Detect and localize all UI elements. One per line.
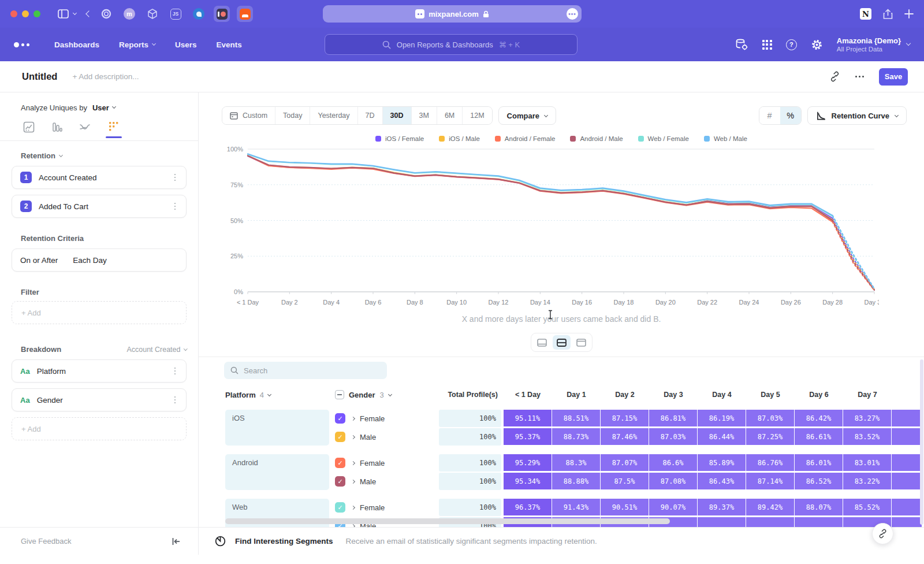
retention-chart[interactable]: 100%75%50%25%0%< 1 DayDay 2Day 4Day 6Day… bbox=[221, 143, 924, 306]
table-search[interactable] bbox=[224, 362, 387, 379]
gender-cell[interactable]: ✓Male bbox=[335, 432, 433, 442]
range-30d[interactable]: 30D bbox=[383, 107, 412, 124]
legend-item[interactable]: Web / Female bbox=[638, 135, 689, 142]
breakdown-scope-dropdown[interactable]: Account Created bbox=[126, 346, 187, 354]
analyze-value[interactable]: User bbox=[92, 103, 109, 112]
select-all-checkbox[interactable] bbox=[335, 390, 344, 399]
retention-value-cell[interactable]: 95.37% bbox=[504, 428, 552, 446]
table-search-input[interactable] bbox=[244, 366, 371, 375]
tab-retention[interactable] bbox=[106, 121, 122, 138]
expand-chevron-icon[interactable] bbox=[351, 435, 355, 439]
url-bar[interactable]: mixpanel.com ••• bbox=[323, 5, 582, 23]
breakdown-options-icon[interactable] bbox=[172, 365, 178, 377]
breakdown-add-button[interactable]: + Add bbox=[12, 417, 187, 440]
retention-value-cell[interactable]: 86.61% bbox=[795, 428, 843, 446]
horizontal-scrollbar[interactable] bbox=[225, 518, 670, 524]
retention-value-cell[interactable]: 88.73% bbox=[552, 428, 601, 446]
day-column-header[interactable]: Day 2 bbox=[601, 391, 649, 399]
nav-item-dashboards[interactable]: Dashboards bbox=[44, 40, 109, 49]
nav-item-events[interactable]: Events bbox=[207, 40, 252, 49]
report-title[interactable]: Untitled bbox=[22, 71, 57, 82]
day-column-header[interactable]: Day 1 bbox=[552, 391, 601, 399]
series-checkbox[interactable]: ✓ bbox=[335, 458, 345, 468]
layout-chart-only-button[interactable] bbox=[533, 335, 551, 350]
criteria-interval[interactable]: Each Day bbox=[73, 256, 122, 265]
retention-step-2[interactable]: 2Added To Cart bbox=[12, 195, 187, 218]
range-7d[interactable]: 7D bbox=[358, 107, 383, 124]
help-icon[interactable]: ? bbox=[786, 39, 797, 50]
data-management-icon[interactable] bbox=[735, 38, 748, 51]
legend-item[interactable]: Android / Female bbox=[495, 135, 556, 142]
day-column-header[interactable]: Day 7 bbox=[843, 391, 892, 399]
expand-chevron-icon[interactable] bbox=[351, 505, 355, 509]
series-checkbox[interactable]: ✓ bbox=[335, 502, 345, 513]
retention-criteria-card[interactable]: On or After Each Day bbox=[12, 248, 187, 272]
chevron-down-icon[interactable] bbox=[73, 13, 76, 14]
retention-value-cell[interactable]: 87.07% bbox=[601, 454, 649, 472]
more-options-icon[interactable] bbox=[855, 76, 864, 77]
retention-value-cell[interactable]: 88.07% bbox=[795, 499, 843, 516]
global-search[interactable]: Open Reports & Dashboards ⌘ + K bbox=[325, 34, 578, 55]
retention-value-cell[interactable] bbox=[795, 517, 843, 527]
project-switcher[interactable]: Amazonia {Demo} All Project Data bbox=[837, 36, 910, 53]
window-minimize-button[interactable] bbox=[22, 10, 29, 17]
series-checkbox[interactable]: ✓ bbox=[335, 476, 345, 487]
retention-value-cell[interactable] bbox=[698, 517, 746, 527]
retention-value-cell[interactable]: 88.3% bbox=[552, 454, 601, 472]
notion-extension-icon[interactable]: N bbox=[860, 8, 871, 20]
save-button[interactable]: Save bbox=[879, 68, 908, 86]
gender-cell[interactable]: ✓Female bbox=[335, 502, 433, 513]
retention-value-cell[interactable]: 95.29% bbox=[504, 454, 552, 472]
gender-cell[interactable]: ✓Male bbox=[335, 476, 433, 487]
app-icon-cube[interactable] bbox=[144, 6, 161, 22]
new-tab-icon[interactable] bbox=[904, 9, 914, 18]
retention-value-cell[interactable]: 88.88% bbox=[552, 473, 601, 490]
platform-cell[interactable]: iOS bbox=[225, 410, 329, 446]
breakdown-platform[interactable]: AaPlatform bbox=[12, 359, 187, 383]
range-yesterday[interactable]: Yesterday bbox=[310, 107, 357, 124]
app-icon-browser[interactable] bbox=[191, 6, 207, 22]
vertical-scrollbar[interactable] bbox=[920, 359, 923, 525]
day-column-header[interactable]: Day 3 bbox=[649, 391, 698, 399]
retention-value-cell[interactable]: 86.6% bbox=[649, 454, 698, 472]
expand-chevron-icon[interactable] bbox=[351, 479, 355, 483]
breakdown-options-icon[interactable] bbox=[172, 394, 178, 406]
retention-value-cell[interactable]: 90.07% bbox=[649, 499, 698, 516]
gender-column-header[interactable]: Gender3 bbox=[335, 390, 433, 399]
retention-value-cell[interactable]: 86.19% bbox=[698, 410, 746, 427]
criteria-operator[interactable]: On or After bbox=[20, 256, 73, 265]
retention-value-cell[interactable]: 87.14% bbox=[746, 473, 795, 490]
retention-value-cell[interactable]: 86.44% bbox=[698, 428, 746, 446]
expand-chevron-icon[interactable] bbox=[351, 416, 355, 420]
sidebar-toggle-icon[interactable] bbox=[58, 9, 69, 18]
platform-cell[interactable]: Android bbox=[225, 454, 329, 490]
nav-item-reports[interactable]: Reports bbox=[109, 40, 165, 49]
give-feedback-link[interactable]: Give Feedback bbox=[21, 537, 71, 546]
number-format-button[interactable]: # bbox=[759, 107, 780, 124]
app-icon-loop[interactable] bbox=[98, 6, 114, 22]
day-column-header[interactable]: Day 6 bbox=[795, 391, 843, 399]
retention-value-cell[interactable]: 85.89% bbox=[698, 454, 746, 472]
retention-section-heading[interactable]: Retention bbox=[21, 151, 177, 160]
filter-add-button[interactable]: + Add bbox=[12, 301, 187, 324]
tab-funnels[interactable] bbox=[49, 121, 65, 138]
window-close-button[interactable] bbox=[10, 10, 17, 17]
layout-table-only-button[interactable] bbox=[572, 335, 590, 350]
tab-icon-mixpanel[interactable] bbox=[214, 6, 230, 22]
step-options-icon[interactable] bbox=[172, 172, 178, 184]
platform-column-header[interactable]: Platform4 bbox=[225, 391, 329, 399]
retention-value-cell[interactable]: 87.46% bbox=[601, 428, 649, 446]
legend-item[interactable]: Web / Male bbox=[704, 135, 747, 142]
retention-value-cell[interactable]: 87.08% bbox=[649, 473, 698, 490]
window-zoom-button[interactable] bbox=[33, 10, 40, 17]
mixpanel-logo[interactable] bbox=[14, 42, 29, 47]
retention-value-cell[interactable]: 95.11% bbox=[504, 410, 552, 427]
legend-item[interactable]: Android / Male bbox=[570, 135, 623, 142]
add-description[interactable]: + Add description... bbox=[72, 72, 139, 81]
extensions-badge[interactable]: ••• bbox=[567, 8, 578, 20]
retention-value-cell[interactable]: 85.52% bbox=[843, 499, 892, 516]
gender-cell[interactable]: ✓Female bbox=[335, 413, 433, 424]
copy-link-icon[interactable] bbox=[829, 71, 840, 82]
chart-view-dropdown[interactable]: Retention Curve bbox=[807, 106, 907, 125]
tab-icon-soundcloud[interactable] bbox=[237, 6, 253, 22]
